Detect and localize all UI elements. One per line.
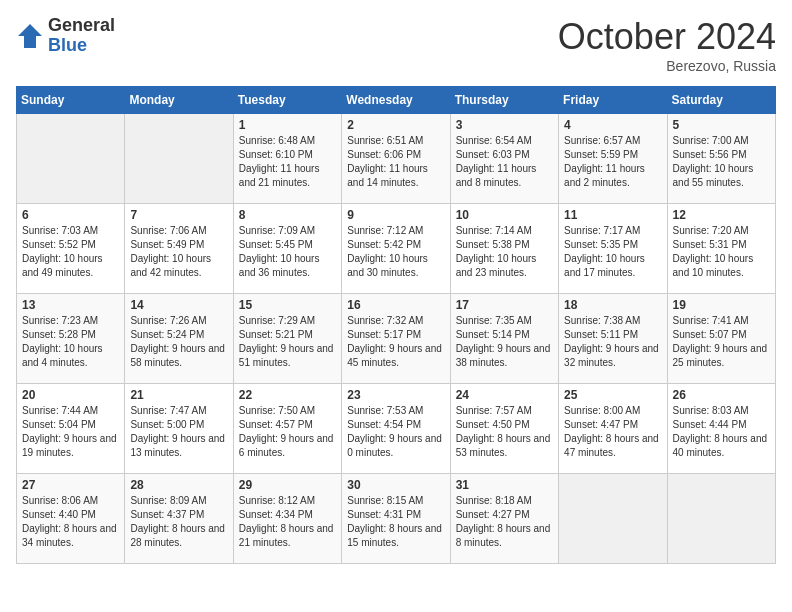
calendar-cell: 30Sunrise: 8:15 AMSunset: 4:31 PMDayligh… [342, 474, 450, 564]
calendar-week-3: 13Sunrise: 7:23 AMSunset: 5:28 PMDayligh… [17, 294, 776, 384]
day-info: Sunrise: 7:14 AMSunset: 5:38 PMDaylight:… [456, 224, 553, 280]
calendar-cell: 7Sunrise: 7:06 AMSunset: 5:49 PMDaylight… [125, 204, 233, 294]
calendar-cell: 14Sunrise: 7:26 AMSunset: 5:24 PMDayligh… [125, 294, 233, 384]
day-number: 29 [239, 478, 336, 492]
day-number: 23 [347, 388, 444, 402]
day-info: Sunrise: 7:41 AMSunset: 5:07 PMDaylight:… [673, 314, 770, 370]
day-info: Sunrise: 7:29 AMSunset: 5:21 PMDaylight:… [239, 314, 336, 370]
day-number: 27 [22, 478, 119, 492]
calendar-cell: 18Sunrise: 7:38 AMSunset: 5:11 PMDayligh… [559, 294, 667, 384]
day-info: Sunrise: 8:18 AMSunset: 4:27 PMDaylight:… [456, 494, 553, 550]
day-number: 13 [22, 298, 119, 312]
day-number: 16 [347, 298, 444, 312]
month-title: October 2024 [558, 16, 776, 58]
day-info: Sunrise: 7:44 AMSunset: 5:04 PMDaylight:… [22, 404, 119, 460]
calendar-cell: 1Sunrise: 6:48 AMSunset: 6:10 PMDaylight… [233, 114, 341, 204]
calendar-cell [559, 474, 667, 564]
day-info: Sunrise: 6:51 AMSunset: 6:06 PMDaylight:… [347, 134, 444, 190]
day-number: 9 [347, 208, 444, 222]
calendar-cell: 31Sunrise: 8:18 AMSunset: 4:27 PMDayligh… [450, 474, 558, 564]
calendar-cell: 8Sunrise: 7:09 AMSunset: 5:45 PMDaylight… [233, 204, 341, 294]
day-number: 24 [456, 388, 553, 402]
day-number: 19 [673, 298, 770, 312]
day-info: Sunrise: 7:26 AMSunset: 5:24 PMDaylight:… [130, 314, 227, 370]
calendar-cell: 16Sunrise: 7:32 AMSunset: 5:17 PMDayligh… [342, 294, 450, 384]
weekday-row: SundayMondayTuesdayWednesdayThursdayFrid… [17, 87, 776, 114]
day-number: 1 [239, 118, 336, 132]
day-number: 5 [673, 118, 770, 132]
weekday-header-thursday: Thursday [450, 87, 558, 114]
day-number: 10 [456, 208, 553, 222]
day-info: Sunrise: 7:57 AMSunset: 4:50 PMDaylight:… [456, 404, 553, 460]
day-info: Sunrise: 7:03 AMSunset: 5:52 PMDaylight:… [22, 224, 119, 280]
day-info: Sunrise: 7:20 AMSunset: 5:31 PMDaylight:… [673, 224, 770, 280]
day-info: Sunrise: 6:48 AMSunset: 6:10 PMDaylight:… [239, 134, 336, 190]
day-info: Sunrise: 7:32 AMSunset: 5:17 PMDaylight:… [347, 314, 444, 370]
day-info: Sunrise: 8:09 AMSunset: 4:37 PMDaylight:… [130, 494, 227, 550]
day-info: Sunrise: 7:17 AMSunset: 5:35 PMDaylight:… [564, 224, 661, 280]
weekday-header-monday: Monday [125, 87, 233, 114]
calendar-cell: 17Sunrise: 7:35 AMSunset: 5:14 PMDayligh… [450, 294, 558, 384]
day-number: 14 [130, 298, 227, 312]
calendar-week-4: 20Sunrise: 7:44 AMSunset: 5:04 PMDayligh… [17, 384, 776, 474]
weekday-header-sunday: Sunday [17, 87, 125, 114]
calendar-cell: 20Sunrise: 7:44 AMSunset: 5:04 PMDayligh… [17, 384, 125, 474]
calendar-cell: 29Sunrise: 8:12 AMSunset: 4:34 PMDayligh… [233, 474, 341, 564]
title-block: October 2024 Berezovo, Russia [558, 16, 776, 74]
day-info: Sunrise: 8:03 AMSunset: 4:44 PMDaylight:… [673, 404, 770, 460]
day-info: Sunrise: 7:12 AMSunset: 5:42 PMDaylight:… [347, 224, 444, 280]
calendar-cell: 13Sunrise: 7:23 AMSunset: 5:28 PMDayligh… [17, 294, 125, 384]
calendar-cell: 25Sunrise: 8:00 AMSunset: 4:47 PMDayligh… [559, 384, 667, 474]
calendar-cell: 3Sunrise: 6:54 AMSunset: 6:03 PMDaylight… [450, 114, 558, 204]
logo-blue-text: Blue [48, 36, 115, 56]
day-info: Sunrise: 7:35 AMSunset: 5:14 PMDaylight:… [456, 314, 553, 370]
weekday-header-wednesday: Wednesday [342, 87, 450, 114]
day-number: 25 [564, 388, 661, 402]
day-info: Sunrise: 8:15 AMSunset: 4:31 PMDaylight:… [347, 494, 444, 550]
calendar-cell: 21Sunrise: 7:47 AMSunset: 5:00 PMDayligh… [125, 384, 233, 474]
calendar-cell: 9Sunrise: 7:12 AMSunset: 5:42 PMDaylight… [342, 204, 450, 294]
logo-icon [16, 22, 44, 50]
day-info: Sunrise: 7:09 AMSunset: 5:45 PMDaylight:… [239, 224, 336, 280]
day-info: Sunrise: 7:38 AMSunset: 5:11 PMDaylight:… [564, 314, 661, 370]
calendar-cell: 24Sunrise: 7:57 AMSunset: 4:50 PMDayligh… [450, 384, 558, 474]
calendar-cell: 5Sunrise: 7:00 AMSunset: 5:56 PMDaylight… [667, 114, 775, 204]
day-number: 2 [347, 118, 444, 132]
calendar-cell: 23Sunrise: 7:53 AMSunset: 4:54 PMDayligh… [342, 384, 450, 474]
calendar-cell: 22Sunrise: 7:50 AMSunset: 4:57 PMDayligh… [233, 384, 341, 474]
calendar-cell: 27Sunrise: 8:06 AMSunset: 4:40 PMDayligh… [17, 474, 125, 564]
day-info: Sunrise: 7:23 AMSunset: 5:28 PMDaylight:… [22, 314, 119, 370]
day-number: 12 [673, 208, 770, 222]
calendar-cell: 2Sunrise: 6:51 AMSunset: 6:06 PMDaylight… [342, 114, 450, 204]
day-number: 15 [239, 298, 336, 312]
day-info: Sunrise: 7:00 AMSunset: 5:56 PMDaylight:… [673, 134, 770, 190]
weekday-header-tuesday: Tuesday [233, 87, 341, 114]
day-number: 18 [564, 298, 661, 312]
calendar-cell: 12Sunrise: 7:20 AMSunset: 5:31 PMDayligh… [667, 204, 775, 294]
day-info: Sunrise: 7:06 AMSunset: 5:49 PMDaylight:… [130, 224, 227, 280]
day-number: 28 [130, 478, 227, 492]
calendar-cell [667, 474, 775, 564]
day-number: 7 [130, 208, 227, 222]
location-subtitle: Berezovo, Russia [558, 58, 776, 74]
day-number: 22 [239, 388, 336, 402]
calendar-cell: 15Sunrise: 7:29 AMSunset: 5:21 PMDayligh… [233, 294, 341, 384]
day-number: 3 [456, 118, 553, 132]
logo: General Blue [16, 16, 115, 56]
calendar-cell [17, 114, 125, 204]
day-number: 31 [456, 478, 553, 492]
page-header: General Blue October 2024 Berezovo, Russ… [16, 16, 776, 74]
weekday-header-saturday: Saturday [667, 87, 775, 114]
calendar-week-5: 27Sunrise: 8:06 AMSunset: 4:40 PMDayligh… [17, 474, 776, 564]
calendar-week-1: 1Sunrise: 6:48 AMSunset: 6:10 PMDaylight… [17, 114, 776, 204]
weekday-header-friday: Friday [559, 87, 667, 114]
day-number: 21 [130, 388, 227, 402]
calendar-header: SundayMondayTuesdayWednesdayThursdayFrid… [17, 87, 776, 114]
day-info: Sunrise: 8:00 AMSunset: 4:47 PMDaylight:… [564, 404, 661, 460]
day-info: Sunrise: 7:50 AMSunset: 4:57 PMDaylight:… [239, 404, 336, 460]
day-number: 8 [239, 208, 336, 222]
calendar-week-2: 6Sunrise: 7:03 AMSunset: 5:52 PMDaylight… [17, 204, 776, 294]
logo-general-text: General [48, 16, 115, 36]
day-number: 4 [564, 118, 661, 132]
logo-text: General Blue [48, 16, 115, 56]
